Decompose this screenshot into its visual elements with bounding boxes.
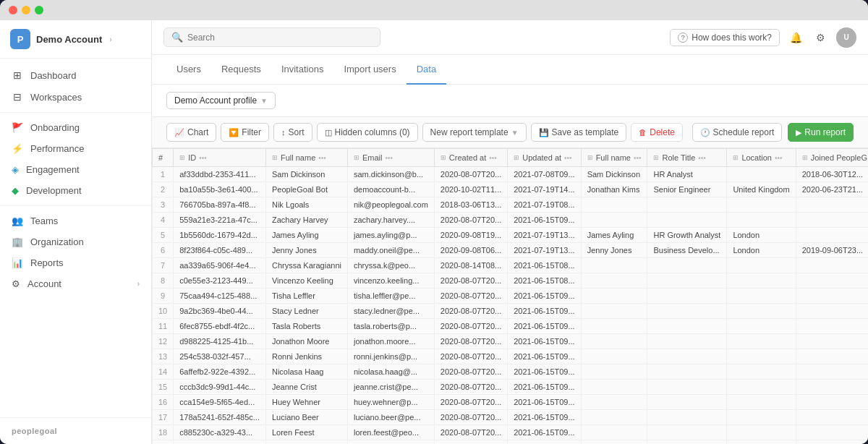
tab-import-users[interactable]: Import users bbox=[333, 55, 406, 85]
cell-7 bbox=[647, 410, 727, 425]
teams-icon: 👥 bbox=[12, 215, 23, 226]
cell-8: London bbox=[727, 243, 796, 258]
save-template-button[interactable]: 💾 Save as template bbox=[531, 123, 627, 142]
maximize-button[interactable] bbox=[35, 6, 43, 14]
tab-data[interactable]: Data bbox=[407, 55, 446, 85]
cell-8 bbox=[727, 364, 796, 380]
cell-9: 2020-06-23T21... bbox=[796, 182, 868, 197]
tab-requests[interactable]: Requests bbox=[211, 55, 271, 85]
sort-button[interactable]: ↕ Sort bbox=[273, 123, 312, 142]
tab-users[interactable]: Users bbox=[166, 55, 211, 85]
cell-4: 2020-08-07T20... bbox=[434, 440, 507, 445]
cell-5: 2021-06-15T09... bbox=[508, 410, 581, 425]
sidebar-item-account[interactable]: ⚙ Account › bbox=[0, 273, 151, 294]
cell-6 bbox=[581, 440, 647, 445]
cell-1: c885230c-a329-43... bbox=[174, 425, 266, 440]
cell-8: United Kingdom bbox=[727, 182, 796, 197]
col-location[interactable]: ⊞ Location ••• bbox=[727, 149, 796, 167]
cell-3: graig.goldner@p... bbox=[347, 440, 434, 445]
account-chevron-icon: › bbox=[137, 280, 140, 288]
cell-2: Nicolasa Haag bbox=[265, 364, 347, 380]
cell-6 bbox=[581, 304, 647, 319]
cell-4: 2020-08-07T20... bbox=[434, 289, 507, 304]
cell-4: 2020-08-07T20... bbox=[434, 167, 507, 182]
cell-8 bbox=[727, 440, 796, 445]
sidebar-header[interactable]: P Demo Account › bbox=[0, 20, 151, 59]
help-button[interactable]: ? How does this work? bbox=[670, 29, 780, 46]
chart-icon: 📈 bbox=[174, 128, 184, 137]
cell-2: Jenny Jones bbox=[265, 243, 347, 258]
cell-9: 2019-09-06T23... bbox=[796, 243, 868, 258]
cell-0: 8 bbox=[153, 273, 174, 289]
filter-button[interactable]: 🔽 Filter bbox=[221, 123, 269, 142]
sidebar-item-workspaces[interactable]: ⊟ Workspaces bbox=[0, 86, 151, 108]
company-logo: P bbox=[10, 29, 30, 49]
avatar-initials: U bbox=[836, 27, 856, 48]
cell-7 bbox=[647, 319, 727, 334]
cell-8 bbox=[727, 289, 796, 304]
clock-icon: 🕐 bbox=[700, 128, 710, 137]
cell-4: 2020-09-08T19... bbox=[434, 228, 507, 243]
table-row: 2ba10a55b-3e61-400...PeopleGoal Botdemoa… bbox=[153, 182, 869, 197]
sidebar-item-engagement[interactable]: ◈ Engagement bbox=[0, 159, 151, 180]
chart-label: Chart bbox=[187, 127, 208, 137]
sidebar-item-teams[interactable]: 👥 Teams bbox=[0, 210, 151, 231]
chart-button[interactable]: 📈 Chart bbox=[166, 123, 216, 142]
notifications-button[interactable]: 🔔 bbox=[787, 29, 804, 46]
col-full-name2[interactable]: ⊞ Full name ••• bbox=[581, 149, 647, 167]
schedule-button[interactable]: 🕐 Schedule report bbox=[692, 123, 783, 142]
delete-button[interactable]: 🗑 Delete bbox=[631, 123, 683, 142]
cell-2: Graig Goldner bbox=[265, 440, 347, 445]
cell-0: 16 bbox=[153, 395, 174, 410]
cell-5: 2021-06-15T09... bbox=[508, 319, 581, 334]
sidebar-item-onboarding[interactable]: 🚩 Onboarding bbox=[0, 117, 151, 138]
toolbar: Demo Account profile ▼ bbox=[152, 85, 868, 117]
title-bar bbox=[0, 0, 868, 20]
topbar: 🔍 ? How does this work? 🔔 ⚙ U bbox=[152, 20, 868, 55]
sidebar-item-dashboard[interactable]: ⊞ Dashboard bbox=[0, 64, 151, 86]
search-icon: 🔍 bbox=[171, 32, 183, 43]
cell-5: 2021-06-15T09... bbox=[508, 380, 581, 395]
tab-invitations[interactable]: Invitations bbox=[271, 55, 334, 85]
cell-9 bbox=[796, 425, 868, 440]
cell-1: ba10a55b-3e61-400... bbox=[174, 182, 266, 197]
new-report-button[interactable]: New report template ▼ bbox=[422, 123, 527, 142]
user-avatar[interactable]: U bbox=[836, 27, 856, 48]
cell-0: 13 bbox=[153, 349, 174, 364]
search-input[interactable] bbox=[187, 33, 373, 43]
help-icon: ? bbox=[678, 33, 688, 43]
columns-icon: ◫ bbox=[325, 128, 332, 137]
settings-button[interactable]: ⚙ bbox=[812, 29, 829, 46]
minimize-button[interactable] bbox=[22, 6, 30, 14]
sidebar-item-organization[interactable]: 🏢 Organization bbox=[0, 231, 151, 252]
col-joined[interactable]: ⊞ Joined PeopleG... ••• bbox=[796, 149, 868, 167]
cell-7: HR Growth Analyst bbox=[647, 228, 727, 243]
cell-4: 2020-08-14T08... bbox=[434, 258, 507, 273]
cell-1: 6fec8755-ebdf-4f2c... bbox=[174, 319, 266, 334]
col-role[interactable]: ⊞ Role Title ••• bbox=[647, 149, 727, 167]
cell-3: james.ayling@p... bbox=[347, 228, 434, 243]
col-full-name[interactable]: ⊞ Full name ••• bbox=[265, 149, 347, 167]
search-box[interactable]: 🔍 bbox=[163, 27, 380, 47]
sidebar-item-reports[interactable]: 📊 Reports bbox=[0, 252, 151, 273]
table-row: 1af33ddbd-2353-411...Sam Dickinsonsam.di… bbox=[153, 167, 869, 182]
close-button[interactable] bbox=[9, 6, 17, 14]
col-created[interactable]: ⊞ Created at ••• bbox=[434, 149, 507, 167]
cell-0: 15 bbox=[153, 380, 174, 395]
sidebar-item-label: Account bbox=[27, 278, 61, 289]
profile-select[interactable]: Demo Account profile ▼ bbox=[166, 92, 276, 109]
run-report-button[interactable]: ▶ Run report bbox=[788, 123, 854, 142]
cell-3: vincenzo.keeling... bbox=[347, 273, 434, 289]
col-id[interactable]: ⊞ ID ••• bbox=[174, 149, 266, 167]
cell-7 bbox=[647, 304, 727, 319]
sidebar-item-label: Dashboard bbox=[30, 70, 77, 81]
sidebar-item-development[interactable]: ◆ Development bbox=[0, 180, 151, 201]
col-updated[interactable]: ⊞ Updated at ••• bbox=[508, 149, 581, 167]
table-row: 3766705ba-897a-4f8...Nik Lgoalsnik@peopl… bbox=[153, 197, 869, 213]
sidebar-bottom: peoplegoal bbox=[0, 417, 151, 444]
table-row: 13254c538-032f-457...Ronni Jenkinsronni.… bbox=[153, 349, 869, 364]
col-email[interactable]: ⊞ Email ••• bbox=[347, 149, 434, 167]
sidebar-item-performance[interactable]: ⚡ Performance bbox=[0, 138, 151, 159]
col-loc-icon: ⊞ bbox=[733, 154, 739, 161]
hidden-columns-button[interactable]: ◫ Hidden columns (0) bbox=[317, 123, 418, 142]
